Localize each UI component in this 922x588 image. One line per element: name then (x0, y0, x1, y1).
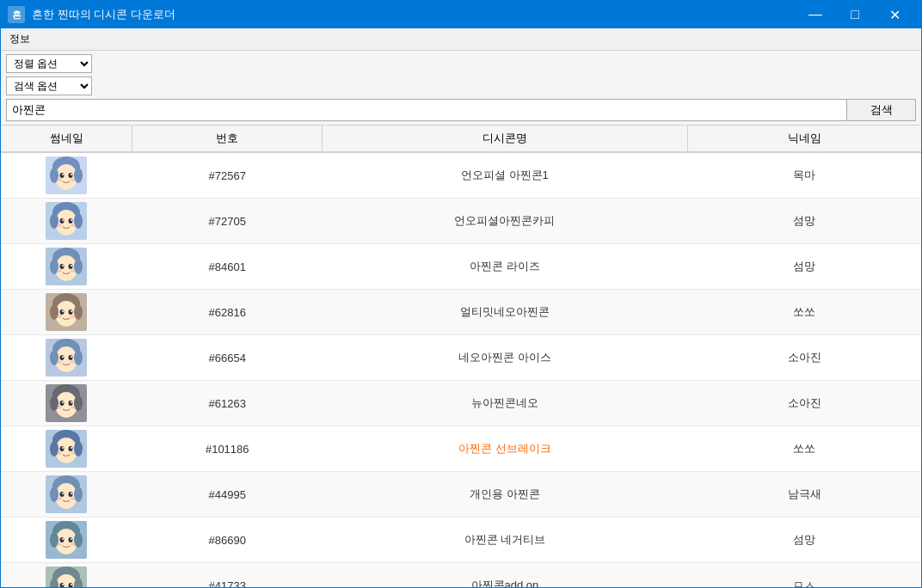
search-option-select[interactable]: 검색 옵션 (6, 77, 92, 95)
svg-point-90 (55, 529, 77, 554)
table-row[interactable]: #44995개인용 아찐콘남극새 (1, 472, 921, 518)
svg-point-40 (62, 310, 64, 312)
svg-point-59 (74, 395, 83, 411)
nick-cell: ㅁㅅ (687, 563, 921, 588)
svg-point-26 (74, 259, 83, 274)
search-option-row: 검색 옵션 (6, 77, 916, 95)
svg-point-53 (57, 361, 62, 364)
thumb-cell (1, 335, 132, 381)
svg-point-96 (71, 538, 72, 540)
nick-cell: 남극새 (687, 472, 921, 518)
title-bar: 흔 흔한 찐따의 디시콘 다운로더 — □ ✕ (1, 1, 921, 28)
table-row[interactable]: #62816얼티밋네오아찐콘쏘쏘 (1, 290, 921, 335)
minimize-button[interactable]: — (796, 1, 835, 28)
svg-point-5 (60, 173, 65, 178)
discord-name-cell: 개인용 아찐콘 (323, 472, 688, 518)
svg-point-87 (71, 498, 76, 500)
menu-bar: 정보 (1, 28, 921, 51)
table-row[interactable]: #61263뉴아찐콘네오소아진 (1, 381, 921, 426)
nick-cell: 섬망 (687, 244, 921, 290)
svg-point-82 (60, 492, 65, 497)
svg-point-28 (69, 264, 73, 269)
svg-point-43 (71, 315, 76, 318)
app-icon: 흔 (8, 6, 25, 23)
thumb-cell (1, 518, 132, 563)
table-row[interactable]: #72705언오피셜아찐콘카피섬망 (1, 199, 921, 244)
svg-point-52 (71, 356, 72, 358)
svg-point-49 (60, 355, 65, 360)
discord-name-cell: 아찐콘 네거티브 (323, 518, 688, 563)
nick-cell: 섬망 (687, 518, 921, 563)
close-button[interactable]: ✕ (875, 1, 914, 28)
table-header-row: 썸네일 번호 디시콘명 닉네임 (1, 126, 921, 152)
thumb-cell (1, 381, 132, 426)
table-row[interactable]: #41733아찐콘add onㅁㅅ (1, 563, 921, 588)
col-header-nick: 닉네임 (687, 126, 921, 152)
table-row[interactable]: #86690아찐콘 네거티브섬망 (1, 518, 921, 563)
table-row[interactable]: #84601아찐콘 라이즈섬망 (1, 244, 921, 290)
svg-point-64 (57, 407, 62, 409)
svg-point-63 (71, 401, 72, 403)
svg-point-6 (69, 173, 73, 178)
svg-point-84 (62, 493, 64, 494)
discord-name-cell: 아찐콘 라이즈 (323, 244, 688, 290)
svg-point-25 (50, 259, 58, 274)
search-button[interactable]: 검색 (847, 99, 916, 121)
menu-item-info[interactable]: 정보 (4, 30, 35, 48)
svg-point-16 (60, 218, 65, 224)
svg-point-83 (69, 492, 73, 497)
svg-point-91 (50, 532, 58, 548)
svg-point-48 (74, 350, 83, 365)
svg-point-36 (50, 304, 58, 320)
num-cell: #62816 (132, 290, 323, 335)
svg-point-51 (62, 356, 64, 358)
table-row[interactable]: #72567언오피셜 아찐콘1목마 (1, 152, 921, 199)
svg-point-27 (60, 264, 65, 269)
discord-name-cell: 뉴아찐콘네오 (323, 381, 688, 426)
sort-select[interactable]: 정렬 옵션 (6, 54, 92, 73)
discord-name-cell: 아찐콘add on (323, 563, 688, 588)
table-row[interactable]: #101186아찐콘 선브레이크쏘쏘 (1, 426, 921, 472)
table-container[interactable]: 썸네일 번호 디시콘명 닉네임 #72567언오피셜 아찐콘1목마 (1, 126, 921, 587)
col-header-thumb: 썸네일 (1, 126, 132, 152)
svg-point-31 (57, 270, 62, 273)
svg-point-98 (71, 543, 76, 546)
svg-point-93 (60, 537, 65, 542)
num-cell: #44995 (132, 472, 323, 518)
app-icon-text: 흔 (12, 9, 22, 21)
svg-point-57 (55, 392, 77, 418)
discord-name-cell: 언오피셜아찐콘카피 (323, 199, 688, 244)
svg-point-30 (71, 265, 72, 266)
window-controls: — □ ✕ (796, 1, 914, 28)
svg-point-24 (55, 255, 77, 281)
svg-point-75 (57, 452, 62, 455)
svg-point-19 (71, 219, 72, 221)
discord-name-cell: 아찐콘 선브레이크 (323, 426, 688, 472)
nick-cell: 쏘쏘 (687, 426, 921, 472)
svg-point-85 (71, 493, 72, 494)
discord-name-cell: 언오피셜 아찐콘1 (323, 152, 688, 199)
svg-point-42 (57, 315, 62, 318)
svg-point-2 (55, 164, 77, 190)
svg-point-95 (62, 538, 64, 540)
svg-point-32 (71, 270, 76, 273)
nick-cell: 섬망 (687, 199, 921, 244)
discord-name-cell: 얼티밋네오아찐콘 (323, 290, 688, 335)
table-row[interactable]: #66654네오아찐콘 아이스소아진 (1, 335, 921, 381)
svg-point-81 (74, 487, 83, 502)
nick-cell: 쏘쏘 (687, 290, 921, 335)
svg-point-17 (69, 218, 73, 224)
svg-point-29 (62, 265, 64, 266)
svg-point-46 (55, 346, 77, 372)
col-header-num: 번호 (132, 126, 323, 152)
search-row: 검색 (6, 99, 916, 121)
svg-point-94 (69, 537, 73, 542)
search-input[interactable] (6, 99, 847, 121)
svg-point-86 (57, 498, 62, 500)
svg-point-72 (69, 446, 73, 451)
num-cell: #41733 (132, 563, 323, 588)
maximize-button[interactable]: □ (835, 1, 875, 28)
nick-cell: 소아진 (687, 381, 921, 426)
toolbar: 정렬 옵션 검색 옵션 검색 (1, 51, 921, 126)
num-cell: #84601 (132, 244, 323, 290)
